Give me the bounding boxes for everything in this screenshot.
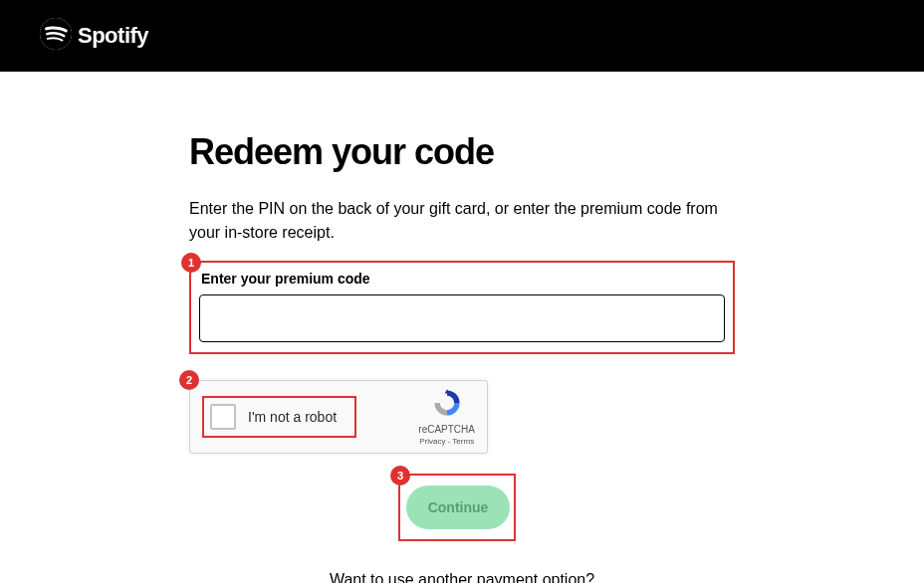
recaptcha-branding: reCAPTCHA Privacy - Terms [418, 388, 475, 446]
captcha-area: 2 I'm not a robot reCAPTCHA [189, 380, 735, 454]
annotation-badge-3: 3 [390, 466, 410, 486]
recaptcha-label: I'm not a robot [248, 409, 337, 425]
page-title: Redeem your code [189, 131, 735, 173]
recaptcha-widget: I'm not a robot reCAPTCHA Privacy - Term… [189, 380, 488, 454]
continue-button[interactable]: Continue [406, 486, 510, 529]
alt-payment-wrap: Want to use another payment option? [189, 571, 735, 583]
captcha-check-group: I'm not a robot [202, 396, 356, 438]
alt-payment-link[interactable]: Want to use another payment option? [330, 571, 594, 583]
recaptcha-brand-text: reCAPTCHA [418, 424, 475, 435]
recaptcha-icon [432, 388, 462, 422]
recaptcha-links[interactable]: Privacy - Terms [419, 437, 474, 446]
annotation-badge-2: 2 [179, 370, 199, 390]
spotify-icon [40, 18, 72, 54]
cta-area: 3 Continue [398, 474, 516, 541]
recaptcha-checkbox[interactable] [210, 404, 236, 430]
code-label: Enter your premium code [201, 271, 725, 287]
main-content: Redeem your code Enter the PIN on the ba… [0, 72, 924, 583]
brand-name: Spotify [78, 23, 148, 49]
premium-code-input[interactable] [199, 294, 725, 342]
instructions-text: Enter the PIN on the back of your gift c… [189, 197, 735, 245]
code-field-block: 1 Enter your premium code [189, 261, 735, 354]
app-header: Spotify [0, 0, 924, 72]
annotation-badge-1: 1 [181, 253, 201, 273]
brand-logo[interactable]: Spotify [40, 18, 148, 54]
